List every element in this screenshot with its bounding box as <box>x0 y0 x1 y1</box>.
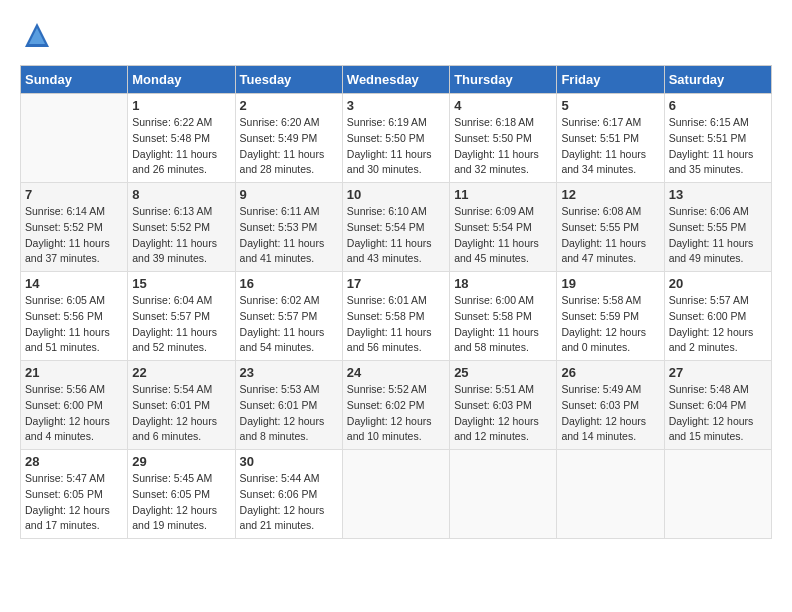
calendar-cell: 10 Sunrise: 6:10 AMSunset: 5:54 PMDaylig… <box>342 183 449 272</box>
day-number: 4 <box>454 98 552 113</box>
cell-sunrise: Sunrise: 6:02 AMSunset: 5:57 PMDaylight:… <box>240 294 325 353</box>
calendar-cell: 3 Sunrise: 6:19 AMSunset: 5:50 PMDayligh… <box>342 94 449 183</box>
day-number: 11 <box>454 187 552 202</box>
calendar-cell <box>664 450 771 539</box>
cell-sunrise: Sunrise: 6:05 AMSunset: 5:56 PMDaylight:… <box>25 294 110 353</box>
calendar-cell: 8 Sunrise: 6:13 AMSunset: 5:52 PMDayligh… <box>128 183 235 272</box>
day-number: 9 <box>240 187 338 202</box>
cell-sunrise: Sunrise: 5:52 AMSunset: 6:02 PMDaylight:… <box>347 383 432 442</box>
day-number: 18 <box>454 276 552 291</box>
cell-sunrise: Sunrise: 6:01 AMSunset: 5:58 PMDaylight:… <box>347 294 432 353</box>
cell-sunrise: Sunrise: 6:11 AMSunset: 5:53 PMDaylight:… <box>240 205 325 264</box>
day-number: 28 <box>25 454 123 469</box>
calendar-cell: 24 Sunrise: 5:52 AMSunset: 6:02 PMDaylig… <box>342 361 449 450</box>
calendar-cell: 13 Sunrise: 6:06 AMSunset: 5:55 PMDaylig… <box>664 183 771 272</box>
calendar-cell: 22 Sunrise: 5:54 AMSunset: 6:01 PMDaylig… <box>128 361 235 450</box>
day-header-sunday: Sunday <box>21 66 128 94</box>
calendar-cell: 17 Sunrise: 6:01 AMSunset: 5:58 PMDaylig… <box>342 272 449 361</box>
cell-sunrise: Sunrise: 5:58 AMSunset: 5:59 PMDaylight:… <box>561 294 646 353</box>
cell-sunrise: Sunrise: 5:51 AMSunset: 6:03 PMDaylight:… <box>454 383 539 442</box>
day-number: 15 <box>132 276 230 291</box>
logo <box>20 20 52 55</box>
day-number: 2 <box>240 98 338 113</box>
cell-sunrise: Sunrise: 6:08 AMSunset: 5:55 PMDaylight:… <box>561 205 646 264</box>
calendar-cell: 23 Sunrise: 5:53 AMSunset: 6:01 PMDaylig… <box>235 361 342 450</box>
day-number: 21 <box>25 365 123 380</box>
day-number: 8 <box>132 187 230 202</box>
day-number: 22 <box>132 365 230 380</box>
cell-sunrise: Sunrise: 5:48 AMSunset: 6:04 PMDaylight:… <box>669 383 754 442</box>
day-number: 6 <box>669 98 767 113</box>
calendar-cell: 29 Sunrise: 5:45 AMSunset: 6:05 PMDaylig… <box>128 450 235 539</box>
day-number: 20 <box>669 276 767 291</box>
calendar-week-row: 1 Sunrise: 6:22 AMSunset: 5:48 PMDayligh… <box>21 94 772 183</box>
calendar-week-row: 14 Sunrise: 6:05 AMSunset: 5:56 PMDaylig… <box>21 272 772 361</box>
day-number: 25 <box>454 365 552 380</box>
day-number: 29 <box>132 454 230 469</box>
cell-sunrise: Sunrise: 5:49 AMSunset: 6:03 PMDaylight:… <box>561 383 646 442</box>
day-number: 14 <box>25 276 123 291</box>
calendar-cell: 5 Sunrise: 6:17 AMSunset: 5:51 PMDayligh… <box>557 94 664 183</box>
cell-sunrise: Sunrise: 6:22 AMSunset: 5:48 PMDaylight:… <box>132 116 217 175</box>
day-header-saturday: Saturday <box>664 66 771 94</box>
day-number: 7 <box>25 187 123 202</box>
calendar-cell: 28 Sunrise: 5:47 AMSunset: 6:05 PMDaylig… <box>21 450 128 539</box>
cell-sunrise: Sunrise: 5:47 AMSunset: 6:05 PMDaylight:… <box>25 472 110 531</box>
page-header <box>20 20 772 55</box>
calendar-week-row: 28 Sunrise: 5:47 AMSunset: 6:05 PMDaylig… <box>21 450 772 539</box>
cell-sunrise: Sunrise: 6:13 AMSunset: 5:52 PMDaylight:… <box>132 205 217 264</box>
calendar-cell: 7 Sunrise: 6:14 AMSunset: 5:52 PMDayligh… <box>21 183 128 272</box>
day-number: 3 <box>347 98 445 113</box>
calendar-cell: 15 Sunrise: 6:04 AMSunset: 5:57 PMDaylig… <box>128 272 235 361</box>
cell-sunrise: Sunrise: 6:09 AMSunset: 5:54 PMDaylight:… <box>454 205 539 264</box>
day-number: 19 <box>561 276 659 291</box>
cell-sunrise: Sunrise: 5:44 AMSunset: 6:06 PMDaylight:… <box>240 472 325 531</box>
calendar-header-row: SundayMondayTuesdayWednesdayThursdayFrid… <box>21 66 772 94</box>
calendar-cell: 26 Sunrise: 5:49 AMSunset: 6:03 PMDaylig… <box>557 361 664 450</box>
cell-sunrise: Sunrise: 6:10 AMSunset: 5:54 PMDaylight:… <box>347 205 432 264</box>
cell-sunrise: Sunrise: 6:20 AMSunset: 5:49 PMDaylight:… <box>240 116 325 175</box>
calendar-cell: 21 Sunrise: 5:56 AMSunset: 6:00 PMDaylig… <box>21 361 128 450</box>
calendar-cell: 11 Sunrise: 6:09 AMSunset: 5:54 PMDaylig… <box>450 183 557 272</box>
logo-icon <box>22 20 52 50</box>
day-header-thursday: Thursday <box>450 66 557 94</box>
calendar-table: SundayMondayTuesdayWednesdayThursdayFrid… <box>20 65 772 539</box>
calendar-cell <box>557 450 664 539</box>
day-number: 5 <box>561 98 659 113</box>
day-number: 26 <box>561 365 659 380</box>
day-number: 30 <box>240 454 338 469</box>
calendar-cell <box>342 450 449 539</box>
logo-text <box>20 20 52 55</box>
cell-sunrise: Sunrise: 6:04 AMSunset: 5:57 PMDaylight:… <box>132 294 217 353</box>
day-number: 24 <box>347 365 445 380</box>
calendar-cell: 25 Sunrise: 5:51 AMSunset: 6:03 PMDaylig… <box>450 361 557 450</box>
cell-sunrise: Sunrise: 6:15 AMSunset: 5:51 PMDaylight:… <box>669 116 754 175</box>
cell-sunrise: Sunrise: 6:00 AMSunset: 5:58 PMDaylight:… <box>454 294 539 353</box>
calendar-cell: 30 Sunrise: 5:44 AMSunset: 6:06 PMDaylig… <box>235 450 342 539</box>
cell-sunrise: Sunrise: 5:56 AMSunset: 6:00 PMDaylight:… <box>25 383 110 442</box>
day-number: 16 <box>240 276 338 291</box>
calendar-cell: 9 Sunrise: 6:11 AMSunset: 5:53 PMDayligh… <box>235 183 342 272</box>
day-number: 23 <box>240 365 338 380</box>
cell-sunrise: Sunrise: 6:14 AMSunset: 5:52 PMDaylight:… <box>25 205 110 264</box>
cell-sunrise: Sunrise: 6:06 AMSunset: 5:55 PMDaylight:… <box>669 205 754 264</box>
cell-sunrise: Sunrise: 5:57 AMSunset: 6:00 PMDaylight:… <box>669 294 754 353</box>
day-number: 10 <box>347 187 445 202</box>
calendar-cell: 2 Sunrise: 6:20 AMSunset: 5:49 PMDayligh… <box>235 94 342 183</box>
calendar-cell: 12 Sunrise: 6:08 AMSunset: 5:55 PMDaylig… <box>557 183 664 272</box>
calendar-cell: 27 Sunrise: 5:48 AMSunset: 6:04 PMDaylig… <box>664 361 771 450</box>
day-header-friday: Friday <box>557 66 664 94</box>
calendar-cell: 16 Sunrise: 6:02 AMSunset: 5:57 PMDaylig… <box>235 272 342 361</box>
cell-sunrise: Sunrise: 5:45 AMSunset: 6:05 PMDaylight:… <box>132 472 217 531</box>
day-number: 27 <box>669 365 767 380</box>
calendar-cell: 14 Sunrise: 6:05 AMSunset: 5:56 PMDaylig… <box>21 272 128 361</box>
day-number: 17 <box>347 276 445 291</box>
day-header-wednesday: Wednesday <box>342 66 449 94</box>
day-number: 12 <box>561 187 659 202</box>
calendar-cell: 1 Sunrise: 6:22 AMSunset: 5:48 PMDayligh… <box>128 94 235 183</box>
calendar-cell: 19 Sunrise: 5:58 AMSunset: 5:59 PMDaylig… <box>557 272 664 361</box>
cell-sunrise: Sunrise: 6:17 AMSunset: 5:51 PMDaylight:… <box>561 116 646 175</box>
day-header-tuesday: Tuesday <box>235 66 342 94</box>
calendar-week-row: 7 Sunrise: 6:14 AMSunset: 5:52 PMDayligh… <box>21 183 772 272</box>
calendar-week-row: 21 Sunrise: 5:56 AMSunset: 6:00 PMDaylig… <box>21 361 772 450</box>
